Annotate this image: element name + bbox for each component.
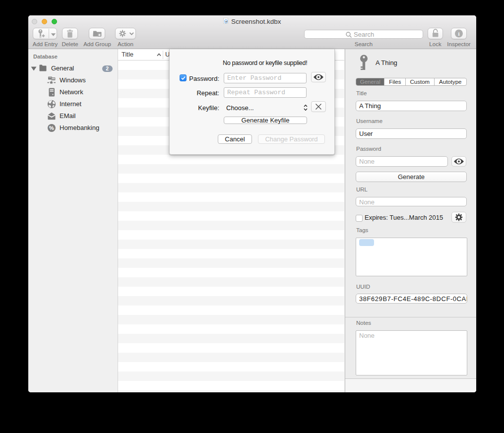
svg-text:%: %	[49, 125, 54, 131]
svg-text:i: i	[458, 31, 459, 37]
